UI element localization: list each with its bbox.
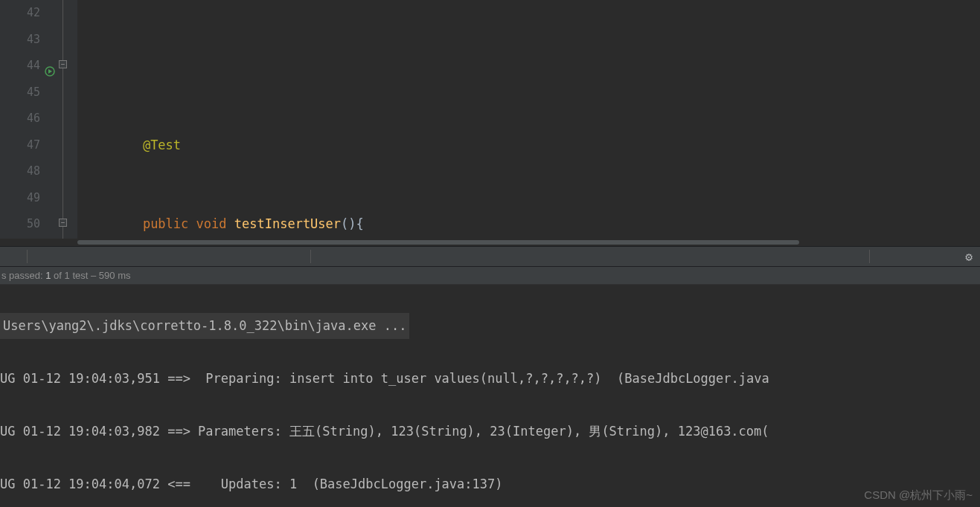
divider (310, 250, 311, 263)
console-command: Users\yang2\.jdks\corretto-1.8.0_322\bin… (0, 313, 980, 340)
line-number: 48 (0, 158, 40, 185)
code-line (82, 53, 980, 80)
console-line: UG 01-12 19:04:03,951 ==> Preparing: ins… (0, 366, 980, 393)
line-number: 42 (0, 0, 40, 27)
fold-collapse-icon[interactable]: − (59, 60, 67, 68)
editor-area: 42 43 44 45 46 47 48 49 50 − − @Test pub… (0, 0, 980, 239)
line-number: 46 (0, 106, 40, 132)
line-number: 45 (0, 80, 40, 106)
line-number: 49 (0, 185, 40, 212)
code-line: public void testInsertUser(){ (82, 211, 980, 238)
watermark: CSDN @杭州下小雨~ (864, 488, 973, 503)
scrollbar-thumb[interactable] (77, 240, 799, 245)
console-output[interactable]: Users\yang2\.jdks\corretto-1.8.0_322\bin… (0, 285, 980, 507)
tool-window-toolbar: ⚙ (0, 246, 980, 267)
horizontal-scrollbar[interactable] (0, 239, 980, 246)
test-status-bar: s passed: 1 of 1 test – 590 ms (0, 267, 980, 285)
console-line: UG 01-12 19:04:04,072 <== Updates: 1 (Ba… (0, 471, 980, 498)
annotation: @Test (143, 138, 181, 152)
code-content[interactable]: @Test public void testInsertUser(){ SqlS… (77, 0, 980, 239)
code-line: @Test (82, 132, 980, 159)
divider (869, 250, 870, 263)
line-number: 43 (0, 27, 40, 54)
run-test-icon[interactable] (45, 60, 55, 71)
fold-gutter: − − (57, 0, 77, 239)
gear-icon[interactable]: ⚙ (965, 250, 973, 264)
fold-line (63, 0, 63, 239)
line-number: 44 (0, 53, 40, 80)
line-number: 47 (0, 132, 40, 159)
divider (27, 250, 28, 263)
line-number-gutter: 42 43 44 45 46 47 48 49 50 (0, 0, 57, 239)
line-number: 50 (0, 211, 40, 238)
console-line: UG 01-12 19:04:03,982 ==> Parameters: 王五… (0, 419, 980, 445)
fold-collapse-icon[interactable]: − (59, 219, 67, 227)
